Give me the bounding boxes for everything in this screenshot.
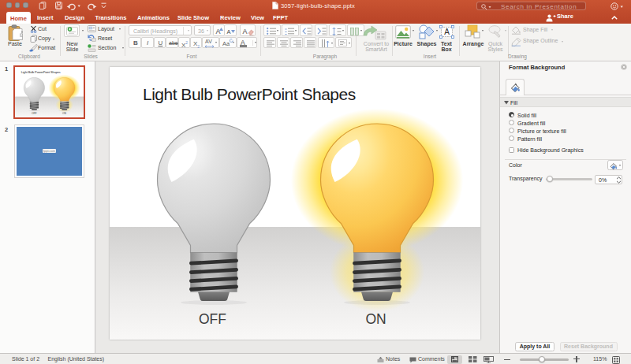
svg-text:A: A (444, 28, 450, 36)
